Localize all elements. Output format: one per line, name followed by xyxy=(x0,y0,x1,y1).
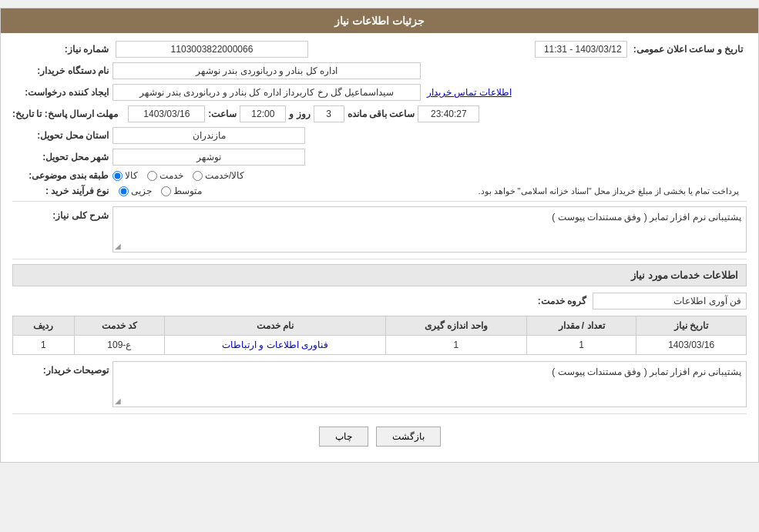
category-row: کالا/خدمت خدمت کالا طبقه بندی موضوعی: xyxy=(12,170,747,181)
col-code: کد خدمت xyxy=(74,316,164,336)
buyer-desc-text: پشتیبانی نرم افزار تمابر ( وفق مستندات پ… xyxy=(552,366,741,377)
radio-medium-input[interactable] xyxy=(161,186,171,196)
cell-unit: 1 xyxy=(386,336,527,355)
province-value: مازندران xyxy=(113,127,305,144)
remaining-time-value: 23:40:27 xyxy=(418,105,479,122)
buyer-desc-row: پشتیبانی نرم افزار تمابر ( وفق مستندات پ… xyxy=(12,361,747,407)
cell-code: ع-109 xyxy=(74,336,164,355)
group-value: فن آوری اطلاعات xyxy=(593,293,747,309)
deadline-row: 23:40:27 ساعت باقی مانده 3 روز و 12:00 س… xyxy=(12,105,747,122)
province-label: استان محل تحویل: xyxy=(12,130,113,141)
remaining-label: ساعت باقی مانده xyxy=(348,109,415,119)
city-label: شهر محل تحویل: xyxy=(12,152,113,162)
need-description-text: پشتیبانی نرم افزار تمابر ( وفق مستندات پ… xyxy=(552,212,741,223)
cell-name: فناوری اطلاعات و ارتباطات xyxy=(164,336,385,355)
purchase-type-label: نوع فرآیند خرید : xyxy=(12,186,113,196)
radio-service-input[interactable] xyxy=(147,171,157,181)
table-header-row: تاریخ نیاز تعداد / مقدار واحد اندازه گیر… xyxy=(13,316,747,336)
divider-3 xyxy=(12,413,747,414)
days-label: روز و xyxy=(289,109,310,119)
org-name-value: اداره کل بنادر و دریانوردی بندر نوشهر xyxy=(113,62,421,79)
radio-partial-input[interactable] xyxy=(119,186,129,196)
need-number-group: 1103003822000066 شماره نیاز: xyxy=(12,41,308,58)
announce-date-group: تاریخ و ساعت اعلان عمومی: 1403/03/12 - 1… xyxy=(535,41,747,58)
print-button[interactable]: چاپ xyxy=(319,427,368,447)
top-info-row: تاریخ و ساعت اعلان عمومی: 1403/03/12 - 1… xyxy=(12,41,747,58)
services-section-header: اطلاعات خدمات مورد نیاز xyxy=(12,264,747,286)
divider-2 xyxy=(12,259,747,259)
radio-service-label: خدمت xyxy=(160,170,183,181)
announce-date-label: تاریخ و ساعت اعلان عمومی: xyxy=(633,44,747,55)
col-row: ردیف xyxy=(13,316,75,336)
deadline-time-value: 12:00 xyxy=(240,105,286,122)
resize-handle: ◢ xyxy=(115,242,121,250)
buttons-row: بازگشت چاپ xyxy=(12,419,747,454)
radio-goods-input[interactable] xyxy=(113,171,123,181)
purchase-type-row: پرداخت تمام یا بخشی از مبلغ خریداز محل "… xyxy=(12,186,747,196)
city-row: نوشهر شهر محل تحویل: xyxy=(12,149,747,166)
resize-handle-2: ◢ xyxy=(115,396,121,405)
cell-quantity: 1 xyxy=(526,336,636,355)
radio-medium-label: متوسط xyxy=(173,186,202,196)
radio-service: خدمت xyxy=(147,170,183,181)
back-button[interactable]: بازگشت xyxy=(376,427,441,447)
need-description-wrapper: پشتیبانی نرم افزار تمابر ( وفق مستندات پ… xyxy=(12,206,747,253)
category-label: طبقه بندی موضوعی: xyxy=(12,170,113,181)
buyer-desc-box: پشتیبانی نرم افزار تمابر ( وفق مستندات پ… xyxy=(113,361,747,407)
contact-link[interactable]: اطلاعات تماس خریدار xyxy=(427,87,512,98)
divider-1 xyxy=(12,201,747,202)
group-row: فن آوری اطلاعات گروه خدمت: xyxy=(12,293,747,309)
time-label: ساعت: xyxy=(208,109,237,119)
creator-label: ایجاد کننده درخواست: xyxy=(12,87,113,98)
announce-date-value: 1403/03/12 - 11:31 xyxy=(535,41,627,58)
radio-goods-service-input[interactable] xyxy=(193,171,203,181)
page-title: جزئیات اطلاعات نیاز xyxy=(1,8,758,33)
purchase-type-radio: متوسط جزیی xyxy=(119,186,202,196)
org-label: نام دستگاه خریدار: xyxy=(12,65,113,76)
buyer-desc-label: توصیحات خریدار: xyxy=(12,361,113,376)
radio-partial: جزیی xyxy=(119,186,152,196)
need-number-value: 1103003822000066 xyxy=(116,41,308,58)
creator-value: سیداسماعیل گل رخ کاربرداز اداره کل بنادر… xyxy=(113,84,421,101)
deadline-label: مهلت ارسال پاسخ: تا تاریخ: xyxy=(12,109,122,119)
radio-medium: متوسط xyxy=(161,186,202,196)
need-description-box: پشتیبانی نرم افزار تمابر ( وفق مستندات پ… xyxy=(113,206,747,253)
radio-goods-service: کالا/خدمت xyxy=(193,170,244,181)
need-number-label: شماره نیاز: xyxy=(12,44,113,55)
radio-partial-label: جزیی xyxy=(131,186,152,196)
days-value: 3 xyxy=(314,105,344,122)
col-unit: واحد اندازه گیری xyxy=(386,316,527,336)
radio-goods-service-label: کالا/خدمت xyxy=(205,170,244,181)
radio-goods-label: کالا xyxy=(125,170,138,181)
main-content: تاریخ و ساعت اعلان عمومی: 1403/03/12 - 1… xyxy=(1,33,758,462)
cell-date: 1403/03/16 xyxy=(636,336,747,355)
radio-goods: کالا xyxy=(113,170,138,181)
org-row: اداره کل بنادر و دریانوردی بندر نوشهر نا… xyxy=(12,62,747,79)
services-section: اطلاعات خدمات مورد نیاز فن آوری اطلاعات … xyxy=(12,264,747,355)
creator-row: اطلاعات تماس خریدار سیداسماعیل گل رخ کار… xyxy=(12,84,747,101)
city-value: نوشهر xyxy=(113,149,305,166)
category-radio-group: کالا/خدمت خدمت کالا xyxy=(113,170,244,181)
deadline-date-value: 1403/03/16 xyxy=(128,105,205,122)
need-description-label: شرح کلی نیاز: xyxy=(12,206,113,221)
col-name: نام خدمت xyxy=(164,316,385,336)
page-wrapper: جزئیات اطلاعات نیاز تاریخ و ساعت اعلان ع… xyxy=(0,8,759,463)
col-date: تاریخ نیاز xyxy=(636,316,747,336)
services-table: تاریخ نیاز تعداد / مقدار واحد اندازه گیر… xyxy=(12,316,747,355)
cell-row: 1 xyxy=(13,336,75,355)
purchase-note: پرداخت تمام یا بخشی از مبلغ خریداز محل "… xyxy=(208,186,747,196)
group-label: گروه خدمت: xyxy=(486,296,586,306)
col-quantity: تعداد / مقدار xyxy=(526,316,636,336)
table-row: 1403/03/16 1 1 فناوری اطلاعات و ارتباطات… xyxy=(13,336,747,355)
province-row: مازندران استان محل تحویل: xyxy=(12,127,747,144)
